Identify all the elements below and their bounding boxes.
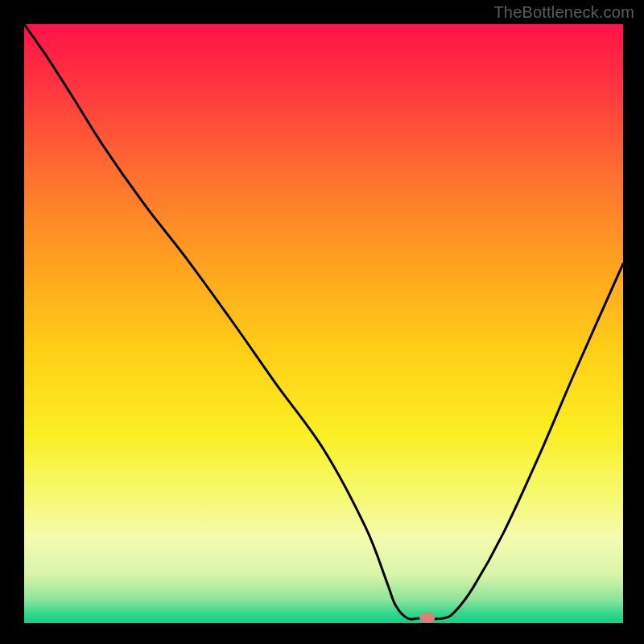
- bottleneck-chart: [0, 0, 644, 644]
- chart-container: TheBottleneck.com: [0, 0, 644, 644]
- optimum-marker: [419, 613, 435, 623]
- watermark-label: TheBottleneck.com: [493, 3, 634, 22]
- plot-background: [24, 24, 623, 623]
